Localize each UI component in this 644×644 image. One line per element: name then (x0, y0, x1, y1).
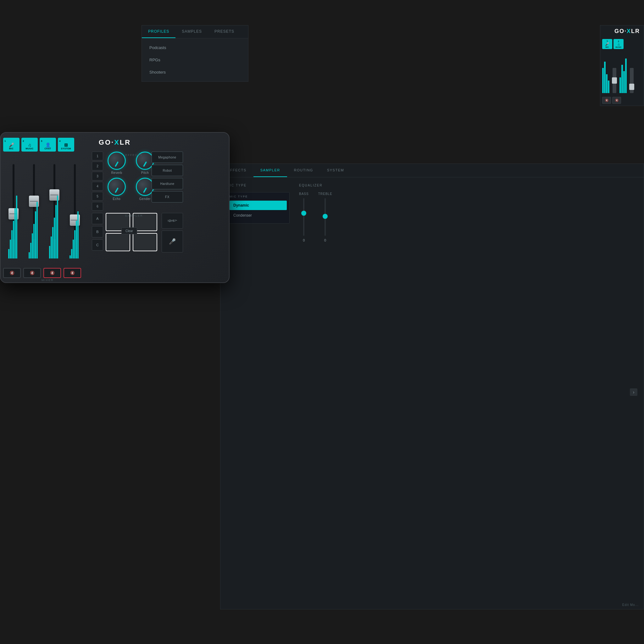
eq-bass-track[interactable] (303, 198, 304, 236)
num-btn-6[interactable]: 6 (92, 202, 103, 211)
fx-buttons: Megaphone Robot Hardtune FX (152, 152, 183, 203)
fader-4 (64, 158, 85, 258)
sampler-btn-b[interactable]: B (92, 226, 103, 237)
knob-gender-label: Gender (139, 197, 151, 201)
profile-item-rpgs[interactable]: RPGs (142, 54, 248, 66)
eq-treble-track[interactable] (325, 198, 326, 236)
app-mute-2[interactable]: 🔇 (612, 97, 621, 104)
num-btn-1[interactable]: 1 (92, 152, 103, 160)
channel-mic[interactable]: 1 🎤 MIC (3, 138, 19, 152)
num-btn-4[interactable]: 4 (92, 182, 103, 191)
eq-bass-value: 0 (303, 238, 305, 242)
channel-music[interactable]: 2 ♫ MUSIC (21, 138, 38, 152)
tab-system[interactable]: SYSTEM (320, 164, 351, 177)
mic-option-dynamic[interactable]: Dynamic (230, 201, 287, 210)
mic-type-section-label: MIC TYPE (227, 184, 290, 187)
mute-btn-2[interactable]: 🔇 (23, 268, 41, 278)
fx-btn-robot[interactable]: Robot (152, 165, 183, 176)
knob-echo[interactable] (108, 178, 126, 196)
tab-sampler[interactable]: SAMPLER (253, 164, 287, 177)
device-logo: GO·XLR (99, 138, 131, 147)
pad-grid: Clear (106, 213, 159, 254)
fx-btn-fx[interactable]: FX (152, 191, 183, 203)
pad-clear[interactable]: Clear (121, 227, 137, 234)
bottom-panel: EFFECTS SAMPLER ROUTING SYSTEM MIC TYPE … (220, 164, 644, 609)
knobs-grid: Reverb Pitch Echo Gender (106, 152, 156, 201)
mute-btn-4[interactable]: 🔇 (64, 268, 81, 278)
pad-3[interactable] (106, 233, 130, 251)
mute-btn-1[interactable]: 🔇 (3, 268, 21, 278)
profile-item-shooters[interactable]: Shooters (142, 66, 248, 78)
channel-system[interactable]: 4 ⊞ SYSTEM (58, 138, 74, 152)
knob-reverb-label: Reverb (111, 171, 122, 175)
mic-type-box-label: MIC TYPE (230, 195, 287, 198)
sampler-fx-special[interactable]: !@#$7* (162, 213, 183, 229)
expand-btn[interactable]: › (630, 184, 637, 601)
profiles-tabs: PROFILES SAMPLES PRESETS (142, 25, 248, 38)
app-fader-1[interactable] (613, 68, 616, 93)
eq-treble-value: 0 (324, 238, 326, 242)
eq-bass-thumb[interactable] (301, 211, 306, 216)
knob-echo-wrap: Echo (106, 178, 128, 201)
eq-controls: BASS 0 TREBLE 0 (299, 192, 362, 242)
pad-4[interactable] (133, 233, 157, 251)
fader-1 (3, 158, 24, 258)
profiles-panel: PROFILES SAMPLES PRESETS Podcasts RPGs S… (142, 25, 248, 82)
app-ch-music[interactable]: 2 ♫ MUSIC (613, 39, 624, 49)
sampler-btn-c[interactable]: C (92, 239, 103, 251)
mixer-label: Mixer (42, 279, 54, 282)
bottom-tabs: EFFECTS SAMPLER ROUTING SYSTEM (220, 164, 644, 177)
goxlr-device: GO·XLR 1 🎤 MIC 2 ♫ MUSIC 3 👤 CHAT 4 ⊞ SY… (0, 132, 230, 283)
fader-3 (44, 158, 64, 258)
profiles-list: Podcasts RPGs Shooters (142, 38, 248, 81)
app-mute-1[interactable]: 🔇 (602, 97, 611, 104)
sampler-fx-buttons: !@#$7* 🎤 (162, 213, 183, 253)
mic-option-condenser[interactable]: Condenser (230, 211, 287, 220)
tab-routing[interactable]: ROUTING (287, 164, 320, 177)
sampler-fx-mic[interactable]: 🎤 (162, 230, 183, 253)
sampler-abc-buttons: A B C (92, 213, 103, 251)
tab-profiles[interactable]: PROFILES (142, 25, 175, 38)
app-channel-row: 1 🎤 MIC 2 ♫ MUSIC (600, 37, 644, 51)
eq-treble-control: TREBLE 0 (318, 192, 332, 242)
sampler-btn-a[interactable]: A (92, 213, 103, 224)
number-buttons: 1 2 3 4 5 6 (92, 152, 103, 211)
mute-buttons: 🔇 🔇 🔇 🔇 (3, 268, 81, 278)
app-fader-2[interactable] (630, 68, 634, 93)
fader-2 (24, 158, 44, 258)
mic-type-section: MIC TYPE MIC TYPE Dynamic Condenser (227, 184, 290, 601)
chevron-right-icon[interactable]: › (630, 388, 637, 396)
sampler-label: Sampler (106, 214, 162, 217)
tab-presets[interactable]: PRESETS (208, 25, 241, 38)
app-panel: GO·XLR 1 🎤 MIC 2 ♫ MUSIC (600, 25, 644, 106)
knob-pitch-label: Pitch (141, 171, 149, 175)
tab-samples[interactable]: SAMPLES (175, 25, 208, 38)
eq-section-label: EQUALIZER (299, 184, 362, 187)
channel-chat[interactable]: 3 👤 CHAT (40, 138, 56, 152)
knob-echo-label: Echo (113, 197, 121, 201)
equalizer-section: EQUALIZER BASS 0 TREBLE 0 (299, 184, 362, 601)
mic-type-box: MIC TYPE Dynamic Condenser (227, 192, 290, 224)
faders-area (3, 158, 88, 258)
mute-btn-3[interactable]: 🔇 (43, 268, 61, 278)
app-mute-row: 🔇 🔇 (600, 95, 644, 106)
channel-buttons: 1 🎤 MIC 2 ♫ MUSIC 3 👤 CHAT 4 ⊞ SYSTEM (3, 138, 74, 152)
num-btn-2[interactable]: 2 (92, 162, 103, 170)
num-btn-5[interactable]: 5 (92, 192, 103, 201)
bottom-content: MIC TYPE MIC TYPE Dynamic Condenser EQUA… (220, 177, 644, 607)
profile-item-podcasts[interactable]: Podcasts (142, 42, 248, 54)
eq-treble-thumb[interactable] (323, 214, 328, 219)
eq-treble-label: TREBLE (318, 192, 332, 196)
effects-label: Effects (106, 153, 162, 157)
eq-bass-label: BASS (299, 192, 309, 196)
edit-mode-label: Edit Mo... (622, 603, 639, 607)
app-ch-mic[interactable]: 1 🎤 MIC (602, 39, 612, 49)
app-title: GO·XLR (600, 25, 644, 37)
num-btn-3[interactable]: 3 (92, 172, 103, 180)
fx-btn-hardtune[interactable]: Hardtune (152, 178, 183, 189)
eq-bass-control: BASS 0 (299, 192, 309, 242)
